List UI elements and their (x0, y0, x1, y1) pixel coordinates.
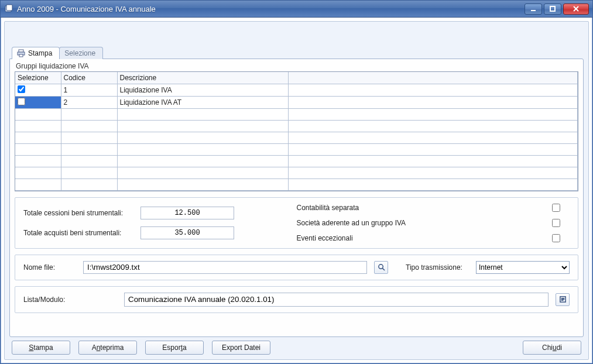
svg-line-14 (382, 268, 385, 270)
col-selezione[interactable]: Selezione (15, 72, 61, 84)
row2-codice[interactable]: 2 (61, 96, 117, 108)
col-empty (288, 72, 578, 84)
app-icon (4, 4, 13, 13)
table-row[interactable] (15, 167, 578, 178)
tab-selezione[interactable]: Selezione (59, 47, 103, 59)
row2-descrizione[interactable]: Liquidazione IVA AT (117, 96, 288, 108)
tipo-trasmissione-label: Tipo trasmissione: (406, 263, 470, 272)
window-title: Anno 2009 - Comunicazione IVA annuale (17, 5, 525, 13)
row2-checkbox[interactable] (18, 98, 25, 105)
maximize-button[interactable] (544, 4, 561, 15)
societa-gruppo-checkbox[interactable] (552, 219, 560, 227)
grid-section: Gruppi liquidazione IVA Selezione Codice… (15, 61, 578, 191)
window: Anno 2009 - Comunicazione IVA annuale St… (0, 0, 593, 364)
printer-icon (17, 49, 25, 57)
table-row[interactable] (15, 120, 578, 132)
svg-rect-3 (550, 6, 555, 11)
contab-separata-label: Contabilità separata (297, 204, 547, 212)
modulo-panel: Lista/Modulo: (15, 286, 578, 313)
nomefile-input[interactable] (83, 261, 367, 274)
tab-page-stampa: Gruppi liquidazione IVA Selezione Codice… (9, 59, 584, 337)
societa-gruppo-label: Società aderente ad un gruppo IVA (297, 219, 547, 227)
tab-stampa-label: Stampa (28, 49, 52, 57)
contab-separata-checkbox[interactable] (552, 204, 560, 212)
svg-rect-10 (19, 50, 23, 52)
esporta-button[interactable]: Esporta (145, 341, 204, 355)
table-row[interactable]: 2 Liquidazione IVA AT (15, 96, 578, 108)
minimize-button[interactable] (525, 4, 542, 15)
tot-acquisti-label: Totale acquisti beni strumentali: (23, 229, 135, 237)
table-row[interactable] (15, 178, 578, 190)
eventi-ecc-label: Eventi eccezionali (297, 234, 547, 242)
grid-header-row: Selezione Codice Descrizione (15, 72, 578, 84)
svg-rect-1 (6, 5, 12, 11)
client-area: Stampa Selezione Gruppi liquidazione IVA (4, 21, 589, 360)
totals-panel: Totale cessioni beni strumentali: Totale… (15, 197, 578, 249)
row1-checkbox[interactable] (18, 85, 25, 93)
chiudi-button[interactable]: Chiudi (523, 341, 581, 355)
modulo-lookup-button[interactable] (556, 293, 570, 306)
table-row[interactable]: 1 Liquidazione IVA (15, 84, 578, 96)
table-row[interactable] (15, 155, 578, 167)
browse-button[interactable] (374, 261, 388, 274)
col-codice[interactable]: Codice (61, 72, 117, 84)
svg-point-13 (378, 265, 382, 269)
nomefile-label: Nome file: (23, 263, 76, 272)
file-panel: Nome file: Tipo trasmissione: Internet (15, 255, 578, 280)
svg-rect-12 (19, 54, 23, 57)
row1-codice[interactable]: 1 (61, 84, 117, 96)
eventi-ecc-checkbox[interactable] (552, 234, 560, 242)
lista-modulo-label: Lista/Modulo: (23, 296, 117, 304)
button-bar: Stampa Anteprima Esporta Export Datei Ch… (9, 337, 584, 355)
table-row[interactable] (15, 108, 578, 120)
tab-stampa[interactable]: Stampa (12, 47, 60, 59)
tot-cessioni-input[interactable] (140, 207, 234, 219)
table-row[interactable] (15, 132, 578, 143)
liquidazione-grid[interactable]: Selezione Codice Descrizione 1 Liquidazi… (15, 71, 578, 191)
window-buttons (525, 4, 589, 15)
export-datei-button[interactable]: Export Datei (212, 341, 270, 355)
lista-modulo-input[interactable] (124, 293, 549, 307)
grid-title: Gruppi liquidazione IVA (15, 61, 578, 71)
table-row[interactable] (15, 143, 578, 155)
anteprima-button[interactable]: Anteprima (78, 341, 137, 355)
tot-cessioni-label: Totale cessioni beni strumentali: (23, 209, 135, 217)
row1-descrizione[interactable]: Liquidazione IVA (117, 84, 288, 96)
close-button[interactable] (563, 4, 589, 15)
col-descrizione[interactable]: Descrizione (117, 72, 288, 84)
stampa-button[interactable]: Stampa (12, 341, 70, 355)
tab-bar: Stampa Selezione (9, 46, 584, 59)
tipo-trasmissione-select[interactable]: Internet (476, 261, 570, 274)
title-bar: Anno 2009 - Comunicazione IVA annuale (1, 1, 592, 18)
tab-selezione-label: Selezione (64, 49, 95, 57)
tot-acquisti-input[interactable] (140, 226, 234, 239)
